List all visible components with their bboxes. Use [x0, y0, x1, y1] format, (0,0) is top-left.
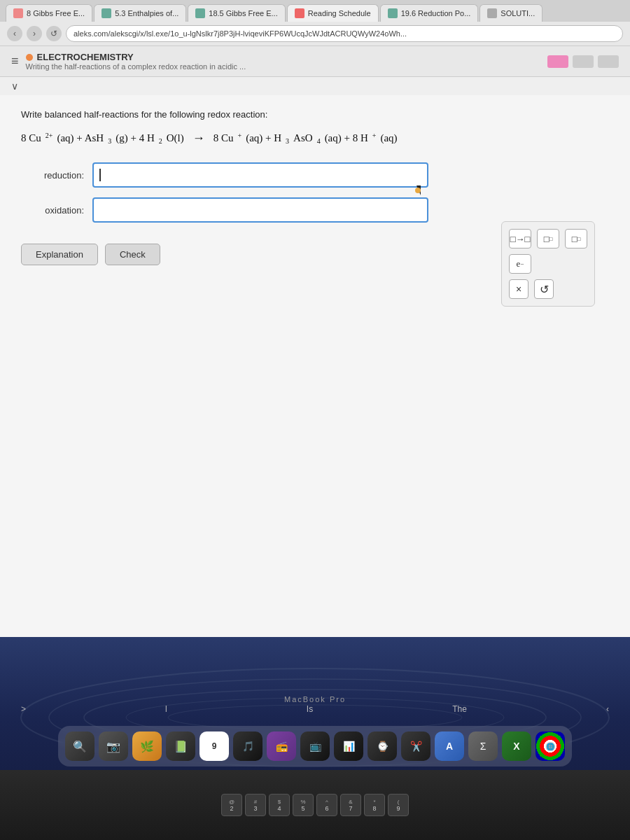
- single-box-button[interactable]: □□: [537, 229, 559, 248]
- dock-item-numbers[interactable]: Σ: [468, 732, 498, 761]
- dock-item-watch[interactable]: ⌚: [368, 732, 397, 761]
- aleks-header: ≡ ELECTROCHEMISTRY Writing the half-reac…: [0, 46, 630, 77]
- oxidation-label: oxidation:: [21, 205, 84, 216]
- toolbar-panel: □→□ □□ □□ e− × ↺: [501, 221, 595, 307]
- dock-item-music[interactable]: 🎵: [233, 732, 262, 761]
- reduction-label: reduction:: [21, 170, 84, 181]
- dock-item-books[interactable]: 📗: [166, 732, 195, 761]
- browser-chrome: 8 Gibbs Free E... 5.3 Enthalpies of... 1…: [0, 0, 630, 46]
- dock: 🔍 📷 🌿 📗 9 🎵 📻 📺 📊 ⌚ ✂️: [58, 726, 572, 766]
- dock-item-photos-2[interactable]: 🌿: [132, 732, 162, 761]
- oxidation-input[interactable]: [92, 197, 428, 223]
- tab-reduction[interactable]: 19.6 Reduction Po...: [380, 4, 479, 22]
- collapse-arrow-icon[interactable]: ∨: [11, 80, 18, 92]
- bottom-text-is: Is: [307, 704, 313, 714]
- tab-solution[interactable]: SOLUTI...: [479, 4, 542, 22]
- window-control-2[interactable]: [573, 55, 594, 68]
- dock-item-clip[interactable]: ✂️: [401, 732, 430, 761]
- key-9[interactable]: ( 9: [388, 794, 409, 816]
- header-text: ELECTROCHEMISTRY Writing the half-reacti…: [26, 52, 540, 71]
- address-bar[interactable]: [66, 25, 623, 42]
- dock-item-calendar[interactable]: 9: [200, 732, 229, 761]
- refresh-redo-button[interactable]: ↺: [534, 279, 554, 299]
- subject-title: ELECTROCHEMISTRY: [37, 52, 134, 62]
- bottom-text-bracket: ‹: [606, 704, 609, 714]
- key-6[interactable]: ^ 6: [316, 794, 337, 816]
- topic-subtitle: Writing the half-reactions of a complex …: [26, 62, 540, 71]
- macbook-label: MacBook Pro: [284, 695, 346, 704]
- double-box-button[interactable]: □→□: [509, 229, 531, 248]
- explanation-button[interactable]: Explanation: [21, 244, 98, 265]
- dock-item-stocks[interactable]: 📊: [334, 732, 363, 761]
- dock-item-finder[interactable]: 🔍: [65, 732, 94, 761]
- key-5[interactable]: % 5: [293, 794, 314, 816]
- oxidation-row: oxidation:: [21, 197, 609, 223]
- reduction-input[interactable]: [92, 162, 428, 188]
- key-2[interactable]: @ 2: [221, 794, 242, 816]
- address-bar-row: ‹ › ↺: [0, 22, 630, 46]
- window-control-1[interactable]: [547, 55, 568, 68]
- key-3[interactable]: # 3: [245, 794, 266, 816]
- equation-display: 8 Cu 2+ (aq) + AsH 3 (g) + 4 H 2 O(l) → …: [21, 131, 609, 146]
- tab-gibbs-free-1[interactable]: 8 Gibbs Free E...: [6, 4, 92, 22]
- macos-area: MacBook Pro > l Is The ‹ 🔍 📷 🌿 📗 9 🎵 📻: [0, 637, 630, 840]
- close-x-button[interactable]: ×: [509, 279, 528, 299]
- reduction-row: reduction:: [21, 162, 609, 188]
- cursor-blink: [99, 169, 101, 181]
- check-button[interactable]: Check: [105, 244, 160, 265]
- dock-item-font-a[interactable]: A: [435, 732, 464, 761]
- bottom-text-row: > l Is The ‹: [0, 704, 630, 714]
- electron-button[interactable]: e−: [509, 254, 531, 274]
- key-8[interactable]: * 8: [364, 794, 385, 816]
- dock-item-tv[interactable]: 📺: [300, 732, 330, 761]
- collapse-row[interactable]: ∨: [0, 77, 630, 95]
- toolbar-row-1: □→□ □□ □□: [509, 229, 587, 248]
- dock-item-chrome[interactable]: 🌐: [536, 732, 565, 761]
- bottom-text-the: The: [452, 704, 467, 714]
- window-controls: [547, 55, 619, 68]
- back-button[interactable]: ‹: [7, 26, 22, 41]
- bottom-text-left: >: [21, 704, 26, 714]
- bottom-text-ml: l: [165, 704, 167, 714]
- problem-instruction: Write balanced half-reactions for the fo…: [21, 109, 609, 120]
- toolbar-row-3: × ↺: [509, 279, 587, 299]
- key-4[interactable]: $ 4: [269, 794, 290, 816]
- key-7[interactable]: & 7: [340, 794, 361, 816]
- dock-item-podcast[interactable]: 📻: [267, 732, 296, 761]
- forward-button[interactable]: ›: [27, 26, 42, 41]
- toolbar-row-2: e−: [509, 254, 587, 274]
- tab-reading-schedule[interactable]: Reading Schedule: [287, 4, 379, 22]
- keyboard-area: @ 2 # 3 $ 4 % 5 ^ 6 & 7: [0, 770, 630, 840]
- keyboard-row-1: @ 2 # 3 $ 4 % 5 ^ 6 & 7: [221, 794, 409, 816]
- tab-enthalpies[interactable]: 5.3 Enthalpies of...: [94, 4, 186, 22]
- browser-tabs: 8 Gibbs Free E... 5.3 Enthalpies of... 1…: [0, 0, 630, 22]
- tab-gibbs-free-2[interactable]: 18.5 Gibbs Free E...: [188, 4, 285, 22]
- dock-item-photos-1[interactable]: 📷: [99, 732, 128, 761]
- refresh-button[interactable]: ↺: [46, 26, 62, 41]
- window-control-3[interactable]: [598, 55, 619, 68]
- superscript-box-button[interactable]: □□: [565, 229, 587, 248]
- menu-icon[interactable]: ≡: [11, 54, 19, 69]
- dock-item-excel[interactable]: X: [502, 732, 531, 761]
